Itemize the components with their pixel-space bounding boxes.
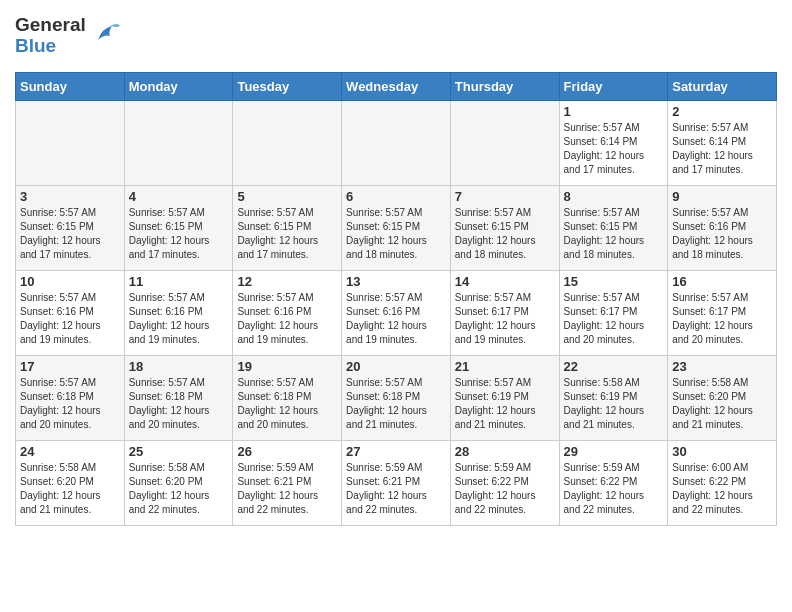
day-info: Sunrise: 5:57 AM Sunset: 6:18 PM Dayligh… — [346, 376, 446, 432]
day-number: 5 — [237, 189, 337, 204]
calendar-day-cell: 8Sunrise: 5:57 AM Sunset: 6:15 PM Daylig… — [559, 185, 668, 270]
calendar-day-cell: 15Sunrise: 5:57 AM Sunset: 6:17 PM Dayli… — [559, 270, 668, 355]
calendar-day-cell: 22Sunrise: 5:58 AM Sunset: 6:19 PM Dayli… — [559, 355, 668, 440]
day-info: Sunrise: 5:59 AM Sunset: 6:22 PM Dayligh… — [455, 461, 555, 517]
calendar-day-cell: 18Sunrise: 5:57 AM Sunset: 6:18 PM Dayli… — [124, 355, 233, 440]
day-number: 14 — [455, 274, 555, 289]
weekday-header: Monday — [124, 72, 233, 100]
day-info: Sunrise: 5:57 AM Sunset: 6:16 PM Dayligh… — [20, 291, 120, 347]
day-info: Sunrise: 5:57 AM Sunset: 6:18 PM Dayligh… — [20, 376, 120, 432]
header: General Blue — [15, 15, 777, 57]
day-info: Sunrise: 5:57 AM Sunset: 6:17 PM Dayligh… — [672, 291, 772, 347]
calendar-day-cell: 4Sunrise: 5:57 AM Sunset: 6:15 PM Daylig… — [124, 185, 233, 270]
day-number: 2 — [672, 104, 772, 119]
day-info: Sunrise: 5:57 AM Sunset: 6:18 PM Dayligh… — [129, 376, 229, 432]
day-info: Sunrise: 5:57 AM Sunset: 6:15 PM Dayligh… — [237, 206, 337, 262]
calendar-day-cell: 9Sunrise: 5:57 AM Sunset: 6:16 PM Daylig… — [668, 185, 777, 270]
day-number: 25 — [129, 444, 229, 459]
logo-blue: Blue — [15, 36, 86, 57]
weekday-header: Tuesday — [233, 72, 342, 100]
day-info: Sunrise: 5:57 AM Sunset: 6:15 PM Dayligh… — [346, 206, 446, 262]
day-number: 3 — [20, 189, 120, 204]
calendar-day-cell: 25Sunrise: 5:58 AM Sunset: 6:20 PM Dayli… — [124, 440, 233, 525]
day-number: 27 — [346, 444, 446, 459]
calendar-week-row: 24Sunrise: 5:58 AM Sunset: 6:20 PM Dayli… — [16, 440, 777, 525]
day-number: 18 — [129, 359, 229, 374]
day-info: Sunrise: 5:58 AM Sunset: 6:20 PM Dayligh… — [20, 461, 120, 517]
day-number: 10 — [20, 274, 120, 289]
calendar-day-cell: 6Sunrise: 5:57 AM Sunset: 6:15 PM Daylig… — [342, 185, 451, 270]
day-number: 20 — [346, 359, 446, 374]
day-info: Sunrise: 5:58 AM Sunset: 6:19 PM Dayligh… — [564, 376, 664, 432]
calendar-week-row: 1Sunrise: 5:57 AM Sunset: 6:14 PM Daylig… — [16, 100, 777, 185]
day-number: 29 — [564, 444, 664, 459]
day-number: 21 — [455, 359, 555, 374]
calendar-day-cell: 1Sunrise: 5:57 AM Sunset: 6:14 PM Daylig… — [559, 100, 668, 185]
day-number: 13 — [346, 274, 446, 289]
calendar-week-row: 3Sunrise: 5:57 AM Sunset: 6:15 PM Daylig… — [16, 185, 777, 270]
calendar-day-cell: 3Sunrise: 5:57 AM Sunset: 6:15 PM Daylig… — [16, 185, 125, 270]
day-number: 19 — [237, 359, 337, 374]
day-info: Sunrise: 5:57 AM Sunset: 6:15 PM Dayligh… — [20, 206, 120, 262]
calendar-day-cell: 29Sunrise: 5:59 AM Sunset: 6:22 PM Dayli… — [559, 440, 668, 525]
day-info: Sunrise: 5:57 AM Sunset: 6:16 PM Dayligh… — [237, 291, 337, 347]
calendar-day-cell — [233, 100, 342, 185]
calendar-header: SundayMondayTuesdayWednesdayThursdayFrid… — [16, 72, 777, 100]
day-number: 8 — [564, 189, 664, 204]
day-info: Sunrise: 5:58 AM Sunset: 6:20 PM Dayligh… — [672, 376, 772, 432]
day-info: Sunrise: 5:57 AM Sunset: 6:15 PM Dayligh… — [564, 206, 664, 262]
weekday-header: Wednesday — [342, 72, 451, 100]
day-info: Sunrise: 5:57 AM Sunset: 6:19 PM Dayligh… — [455, 376, 555, 432]
calendar-day-cell: 26Sunrise: 5:59 AM Sunset: 6:21 PM Dayli… — [233, 440, 342, 525]
day-number: 30 — [672, 444, 772, 459]
day-number: 4 — [129, 189, 229, 204]
weekday-header: Saturday — [668, 72, 777, 100]
day-info: Sunrise: 5:57 AM Sunset: 6:16 PM Dayligh… — [346, 291, 446, 347]
day-info: Sunrise: 5:58 AM Sunset: 6:20 PM Dayligh… — [129, 461, 229, 517]
day-number: 23 — [672, 359, 772, 374]
day-number: 16 — [672, 274, 772, 289]
calendar-day-cell: 19Sunrise: 5:57 AM Sunset: 6:18 PM Dayli… — [233, 355, 342, 440]
day-number: 17 — [20, 359, 120, 374]
day-info: Sunrise: 5:57 AM Sunset: 6:16 PM Dayligh… — [672, 206, 772, 262]
day-number: 28 — [455, 444, 555, 459]
day-number: 7 — [455, 189, 555, 204]
calendar-day-cell: 2Sunrise: 5:57 AM Sunset: 6:14 PM Daylig… — [668, 100, 777, 185]
calendar-week-row: 17Sunrise: 5:57 AM Sunset: 6:18 PM Dayli… — [16, 355, 777, 440]
calendar-day-cell: 30Sunrise: 6:00 AM Sunset: 6:22 PM Dayli… — [668, 440, 777, 525]
calendar-table: SundayMondayTuesdayWednesdayThursdayFrid… — [15, 72, 777, 526]
day-number: 6 — [346, 189, 446, 204]
day-info: Sunrise: 5:57 AM Sunset: 6:14 PM Dayligh… — [564, 121, 664, 177]
calendar-day-cell: 14Sunrise: 5:57 AM Sunset: 6:17 PM Dayli… — [450, 270, 559, 355]
day-number: 26 — [237, 444, 337, 459]
day-info: Sunrise: 5:59 AM Sunset: 6:21 PM Dayligh… — [237, 461, 337, 517]
day-number: 22 — [564, 359, 664, 374]
calendar-day-cell: 27Sunrise: 5:59 AM Sunset: 6:21 PM Dayli… — [342, 440, 451, 525]
calendar-day-cell: 28Sunrise: 5:59 AM Sunset: 6:22 PM Dayli… — [450, 440, 559, 525]
calendar-day-cell — [342, 100, 451, 185]
calendar-day-cell: 10Sunrise: 5:57 AM Sunset: 6:16 PM Dayli… — [16, 270, 125, 355]
logo: General Blue — [15, 15, 122, 57]
day-info: Sunrise: 5:59 AM Sunset: 6:21 PM Dayligh… — [346, 461, 446, 517]
calendar-week-row: 10Sunrise: 5:57 AM Sunset: 6:16 PM Dayli… — [16, 270, 777, 355]
day-number: 9 — [672, 189, 772, 204]
calendar-day-cell — [450, 100, 559, 185]
day-info: Sunrise: 5:57 AM Sunset: 6:17 PM Dayligh… — [455, 291, 555, 347]
calendar-day-cell: 21Sunrise: 5:57 AM Sunset: 6:19 PM Dayli… — [450, 355, 559, 440]
day-info: Sunrise: 5:57 AM Sunset: 6:15 PM Dayligh… — [129, 206, 229, 262]
calendar-day-cell: 24Sunrise: 5:58 AM Sunset: 6:20 PM Dayli… — [16, 440, 125, 525]
day-info: Sunrise: 6:00 AM Sunset: 6:22 PM Dayligh… — [672, 461, 772, 517]
calendar-day-cell: 11Sunrise: 5:57 AM Sunset: 6:16 PM Dayli… — [124, 270, 233, 355]
calendar-day-cell — [16, 100, 125, 185]
calendar-body: 1Sunrise: 5:57 AM Sunset: 6:14 PM Daylig… — [16, 100, 777, 525]
calendar-day-cell: 17Sunrise: 5:57 AM Sunset: 6:18 PM Dayli… — [16, 355, 125, 440]
weekday-header: Thursday — [450, 72, 559, 100]
calendar-day-cell: 16Sunrise: 5:57 AM Sunset: 6:17 PM Dayli… — [668, 270, 777, 355]
day-info: Sunrise: 5:57 AM Sunset: 6:18 PM Dayligh… — [237, 376, 337, 432]
calendar-day-cell — [124, 100, 233, 185]
day-info: Sunrise: 5:57 AM Sunset: 6:16 PM Dayligh… — [129, 291, 229, 347]
logo-bird-icon — [90, 18, 122, 54]
weekday-header: Friday — [559, 72, 668, 100]
calendar-day-cell: 5Sunrise: 5:57 AM Sunset: 6:15 PM Daylig… — [233, 185, 342, 270]
calendar-day-cell: 20Sunrise: 5:57 AM Sunset: 6:18 PM Dayli… — [342, 355, 451, 440]
